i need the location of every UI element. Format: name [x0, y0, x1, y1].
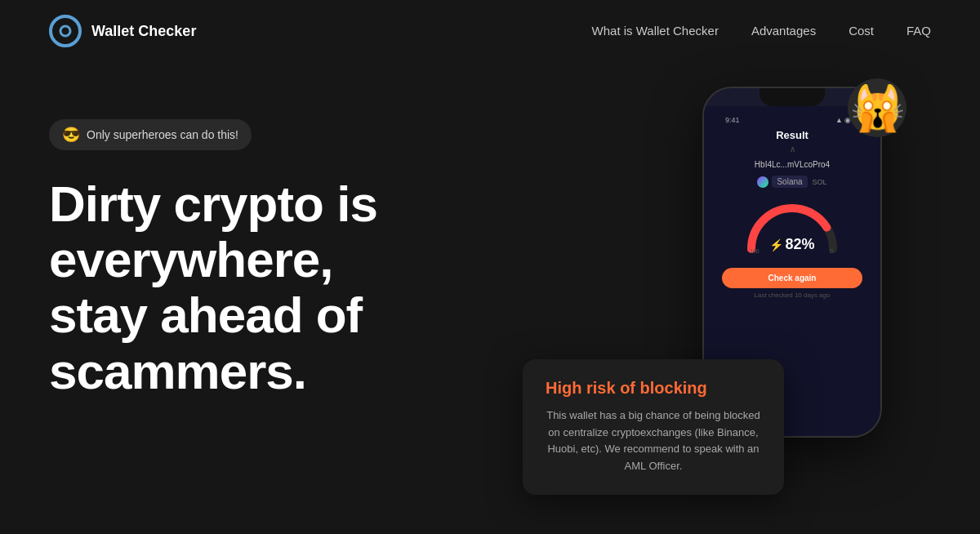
nav-what[interactable]: What is Wallet Checker — [592, 24, 719, 38]
nav-links: What is Wallet Checker Advantages Cost F… — [592, 24, 931, 38]
nav-cost[interactable]: Cost — [849, 24, 874, 38]
hero-badge: 😎 Only superheroes can do this! — [49, 119, 252, 150]
logo[interactable]: Wallet Checker — [49, 15, 196, 47]
last-checked-text: Last checked 10 days ago — [722, 291, 862, 299]
navbar: Wallet Checker What is Wallet Checker Ad… — [0, 0, 980, 62]
nav-faq[interactable]: FAQ — [906, 24, 931, 38]
svg-point-0 — [51, 16, 80, 46]
nav-advantages[interactable]: Advantages — [751, 24, 816, 38]
phone-address: HbI4Lc...mVLcoPro4 — [714, 160, 871, 169]
risk-title: High risk of blocking — [546, 379, 761, 398]
gauge-percent: ⚡ 82% — [769, 236, 814, 253]
phone-bottom: Check again Last checked 10 days ago — [714, 258, 871, 304]
hero-headline-line2: stay ahead of scammers. — [49, 287, 362, 398]
phone-notch — [760, 88, 825, 106]
chain-abbr: SOL — [813, 178, 827, 186]
chain-dot-icon — [757, 176, 768, 188]
check-again-button[interactable]: Check again — [722, 268, 862, 288]
hero-right: 🙀 9:41 ▲ ◉ ▊ Result ∧ HbI4Lc...mVLcoPro4… — [523, 95, 931, 511]
svg-point-1 — [60, 26, 70, 36]
logo-icon — [49, 15, 82, 47]
phone-time: 9:41 — [725, 116, 740, 124]
hero-left: 😎 Only superheroes can do this! Dirty cr… — [49, 95, 523, 399]
phone-chain-badge: Solana SOL — [714, 176, 871, 188]
badge-emoji: 😎 — [62, 126, 80, 144]
logo-text: Wallet Checker — [91, 23, 196, 40]
hero-headline-line1: Dirty crypto is everywhere, — [49, 176, 377, 287]
phone-result-label: Result — [714, 129, 871, 141]
hero-headline: Dirty crypto is everywhere, stay ahead o… — [49, 176, 523, 399]
risk-card: High risk of blocking This wallet has a … — [523, 359, 784, 495]
gauge-bolt-icon: ⚡ — [769, 238, 783, 251]
risk-description: This wallet has a big chance of being bl… — [546, 407, 761, 475]
svg-text:100: 100 — [750, 248, 760, 253]
gauge-value: 82% — [785, 236, 814, 253]
badge-text: Only superheroes can do this! — [87, 128, 238, 141]
chain-name: Solana — [772, 176, 807, 188]
phone-status-bar: 9:41 ▲ ◉ ▊ — [714, 113, 871, 124]
hero-section: 😎 Only superheroes can do this! Dirty cr… — [0, 62, 980, 511]
svg-text:0: 0 — [830, 248, 833, 253]
risk-gauge: 100 0 ⚡ 82% — [743, 196, 841, 253]
phone-chevron-icon: ∧ — [714, 145, 871, 154]
screaming-cat-emoji: 🙀 — [848, 78, 906, 137]
